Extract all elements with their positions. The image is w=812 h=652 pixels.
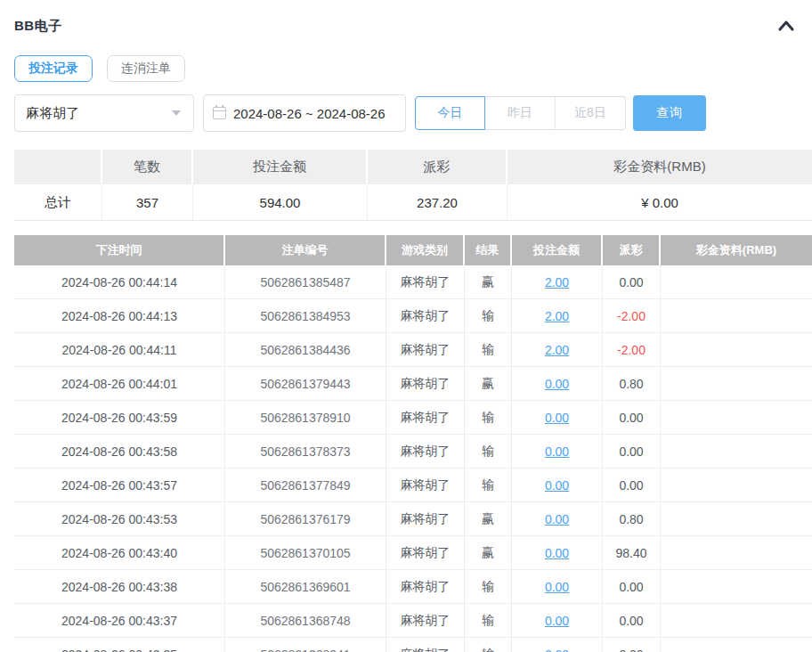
summary-header-bonus: 彩金资料(RMB) bbox=[508, 150, 812, 184]
payout-cell: 0.00 bbox=[603, 435, 661, 468]
result-cell: 输 bbox=[465, 333, 512, 366]
result-cell: 输 bbox=[465, 469, 512, 501]
records-header-row: 下注时间 注单编号 游戏类别 结果 投注金额 派彩 彩金资料(RMB) bbox=[14, 235, 812, 265]
result-cell: 赢 bbox=[465, 536, 512, 569]
total-count: 357 bbox=[102, 184, 193, 220]
yesterday-button[interactable]: 昨日 bbox=[485, 96, 556, 130]
game-select-value: 麻将胡了 bbox=[26, 105, 172, 122]
bet-time-cell: 2024-08-26 00:43:53 bbox=[14, 502, 225, 535]
payout-cell: 0.00 bbox=[603, 401, 661, 434]
game-type-cell: 麻将胡了 bbox=[386, 367, 465, 400]
result-cell: 输 bbox=[465, 435, 512, 468]
bet-amount-link[interactable]: 0.00 bbox=[545, 444, 569, 459]
order-no-cell: 5062861370105 bbox=[225, 536, 386, 569]
bonus-cell bbox=[661, 299, 812, 332]
payout-cell: -2.00 bbox=[603, 299, 661, 332]
bet-time-cell: 2024-08-26 00:43:37 bbox=[14, 604, 225, 637]
order-no-cell: 5062861384436 bbox=[225, 333, 386, 366]
page-title: BB电子 bbox=[14, 18, 62, 35]
summary-header-bet-amount: 投注金额 bbox=[193, 150, 368, 184]
table-row: 2024-08-26 00:43:38 5062861369601 麻将胡了 输… bbox=[14, 570, 812, 604]
result-cell: 赢 bbox=[465, 502, 512, 535]
bonus-cell bbox=[661, 435, 812, 468]
last-8-days-button[interactable]: 近8日 bbox=[556, 96, 626, 130]
bet-amount-cell: 0.00 bbox=[512, 367, 603, 400]
order-no-cell: 5062861376179 bbox=[225, 502, 386, 535]
tab-cancelled-orders[interactable]: 连消注单 bbox=[107, 55, 185, 82]
summary-header-row: 笔数 投注金额 派彩 彩金资料(RMB) bbox=[14, 150, 812, 184]
table-row: 2024-08-26 00:44:01 5062861379443 麻将胡了 赢… bbox=[14, 367, 812, 401]
bet-amount-cell: 0.00 bbox=[512, 638, 603, 652]
bet-amount-link[interactable]: 0.00 bbox=[545, 648, 569, 652]
payout-cell: 0.00 bbox=[603, 604, 661, 637]
bet-amount-cell: 0.00 bbox=[512, 469, 603, 501]
bet-amount-link[interactable]: 0.00 bbox=[545, 411, 569, 425]
quick-date-button-group: 今日 昨日 近8日 bbox=[415, 96, 626, 130]
calendar-icon bbox=[213, 107, 226, 119]
collapse-panel-button[interactable] bbox=[776, 16, 796, 36]
result-cell: 输 bbox=[465, 570, 512, 603]
result-cell: 输 bbox=[465, 401, 512, 434]
tab-betting-records[interactable]: 投注记录 bbox=[14, 55, 93, 82]
summary-header-count: 笔数 bbox=[102, 150, 193, 184]
table-row: 2024-08-26 00:43:59 5062861378910 麻将胡了 输… bbox=[14, 401, 812, 435]
game-type-cell: 麻将胡了 bbox=[386, 604, 465, 637]
payout-cell: 0.00 bbox=[603, 469, 661, 501]
bet-amount-link[interactable]: 0.00 bbox=[545, 614, 569, 628]
bet-amount-link[interactable]: 0.00 bbox=[545, 580, 569, 594]
game-type-cell: 麻将胡了 bbox=[386, 333, 465, 366]
bet-amount-cell: 0.00 bbox=[512, 502, 603, 535]
game-select[interactable]: 麻将胡了 bbox=[14, 94, 194, 132]
tab-label: 投注记录 bbox=[28, 61, 78, 77]
order-no-cell: 5062861377849 bbox=[225, 469, 386, 501]
bet-amount-link[interactable]: 2.00 bbox=[545, 343, 569, 357]
bet-amount-link[interactable]: 0.00 bbox=[545, 377, 569, 391]
bet-amount-cell: 0.00 bbox=[512, 604, 603, 637]
game-type-cell: 麻将胡了 bbox=[386, 502, 465, 535]
bonus-cell bbox=[661, 536, 812, 569]
today-button[interactable]: 今日 bbox=[415, 96, 485, 130]
result-cell: 输 bbox=[465, 299, 512, 332]
game-type-cell: 麻将胡了 bbox=[386, 435, 465, 468]
summary-header-blank bbox=[14, 150, 102, 184]
result-cell: 赢 bbox=[465, 367, 512, 400]
filter-toolbar: 麻将胡了 2024-08-26 ~ 2024-08-26 今日 昨日 近8日 查… bbox=[14, 94, 798, 132]
table-row: 2024-08-26 00:43:35 5062861368241 麻将胡了 输… bbox=[14, 638, 812, 652]
betting-records-panel: BB电子 投注记录 连消注单 麻将胡了 2024-08-26 ~ 2024-08… bbox=[0, 0, 812, 652]
game-type-cell: 麻将胡了 bbox=[386, 469, 465, 501]
table-row: 2024-08-26 00:43:53 5062861376179 麻将胡了 赢… bbox=[14, 502, 812, 536]
table-row: 2024-08-26 00:44:11 5062861384436 麻将胡了 输… bbox=[14, 333, 812, 367]
search-button[interactable]: 查询 bbox=[633, 95, 706, 131]
bet-amount-link[interactable]: 2.00 bbox=[545, 275, 569, 289]
bonus-cell bbox=[661, 502, 812, 535]
date-range-picker[interactable]: 2024-08-26 ~ 2024-08-26 bbox=[203, 94, 406, 132]
bet-amount-link[interactable]: 0.00 bbox=[545, 478, 569, 493]
bet-amount-cell: 0.00 bbox=[512, 401, 603, 434]
order-no-cell: 5062861379443 bbox=[225, 367, 386, 400]
payout-cell: 0.00 bbox=[603, 265, 661, 298]
order-no-cell: 5062861378910 bbox=[225, 401, 386, 434]
bet-time-cell: 2024-08-26 00:44:14 bbox=[14, 265, 225, 298]
order-no-cell: 5062861368241 bbox=[225, 638, 386, 652]
bonus-cell bbox=[661, 604, 812, 637]
bonus-cell bbox=[661, 469, 812, 501]
header-bonus: 彩金资料(RMB) bbox=[661, 235, 812, 265]
game-type-cell: 麻将胡了 bbox=[386, 536, 465, 569]
table-row: 2024-08-26 00:44:13 5062861384953 麻将胡了 输… bbox=[14, 299, 812, 333]
game-type-cell: 麻将胡了 bbox=[386, 570, 465, 603]
bet-amount-link[interactable]: 0.00 bbox=[545, 546, 569, 560]
bet-amount-cell: 0.00 bbox=[512, 570, 603, 603]
chevron-up-icon bbox=[777, 19, 795, 33]
bet-amount-link[interactable]: 2.00 bbox=[545, 309, 569, 323]
bet-time-cell: 2024-08-26 00:43:57 bbox=[14, 469, 225, 501]
bet-amount-cell: 2.00 bbox=[512, 333, 603, 366]
bet-time-cell: 2024-08-26 00:43:59 bbox=[14, 401, 225, 434]
bet-amount-cell: 2.00 bbox=[512, 265, 603, 298]
header-order-no: 注单编号 bbox=[225, 235, 386, 265]
payout-cell: 0.80 bbox=[603, 502, 661, 535]
bet-amount-link[interactable]: 0.00 bbox=[545, 512, 569, 526]
payout-cell: 98.40 bbox=[603, 536, 661, 569]
bet-amount-cell: 2.00 bbox=[512, 299, 603, 332]
order-no-cell: 5062861368748 bbox=[225, 604, 386, 637]
tab-label: 连消注单 bbox=[121, 61, 171, 77]
